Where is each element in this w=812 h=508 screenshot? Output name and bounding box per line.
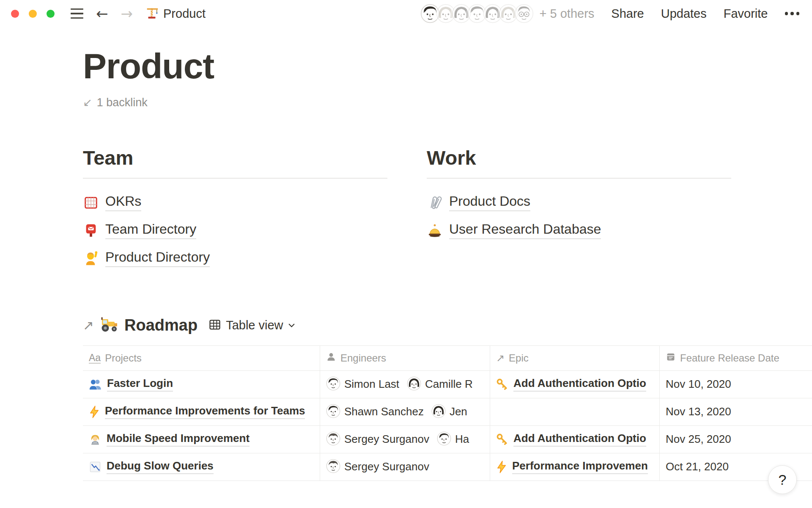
engineer-chip[interactable]: Camille R bbox=[407, 376, 473, 392]
avatar bbox=[437, 431, 451, 447]
paperclips-icon bbox=[427, 194, 443, 210]
minimize-window-button[interactable] bbox=[29, 10, 37, 18]
chevron-down-icon bbox=[288, 322, 295, 329]
view-label: Table view bbox=[226, 318, 283, 332]
updates-button[interactable]: Updates bbox=[661, 7, 707, 21]
page-link-label: Team Directory bbox=[105, 221, 196, 239]
project-link[interactable]: Debug Slow Queries bbox=[107, 459, 214, 474]
breadcrumb[interactable]: Product bbox=[163, 7, 206, 21]
divider bbox=[83, 178, 387, 179]
page-link-team-directory[interactable]: Team Directory bbox=[83, 219, 387, 241]
key-icon bbox=[496, 378, 508, 390]
epic-link[interactable]: Add Authentication Optio bbox=[513, 432, 646, 447]
engineer-chip[interactable]: Simon Last bbox=[326, 376, 399, 392]
page-link-user-research-database[interactable]: User Research Database bbox=[427, 219, 731, 241]
column-header-epic[interactable]: ↗ Epic bbox=[490, 346, 660, 370]
zoom-window-button[interactable] bbox=[47, 10, 55, 18]
backlink-label: 1 backlink bbox=[97, 96, 148, 109]
crane-icon bbox=[145, 6, 159, 22]
divider bbox=[427, 178, 731, 179]
engineers-cell[interactable]: Sergey Surganov Ha bbox=[320, 426, 490, 453]
engineers-cell[interactable]: Simon Last Camille R bbox=[320, 371, 490, 398]
back-arrow-icon[interactable]: ← bbox=[96, 6, 108, 21]
bell-icon bbox=[427, 222, 443, 238]
arrow-down-left-icon: ↙ bbox=[83, 97, 92, 108]
avatar bbox=[514, 4, 534, 23]
goal-net-icon bbox=[83, 194, 99, 210]
engineers-cell[interactable]: Sergey Surganov bbox=[320, 453, 490, 480]
share-button[interactable]: Share bbox=[611, 7, 644, 21]
table-view-icon bbox=[208, 318, 221, 333]
epic-cell[interactable]: Add Authentication Optio bbox=[490, 371, 660, 398]
engineers-cell[interactable]: Shawn Sanchez Jen bbox=[320, 398, 490, 425]
page-body: Product ↙ 1 backlink Team OKRs bbox=[0, 46, 812, 481]
engineer-chip[interactable]: Ha bbox=[437, 431, 469, 447]
open-page-arrow-icon[interactable]: ↗ bbox=[83, 319, 94, 332]
date-cell[interactable]: Nov 10, 2020 bbox=[660, 371, 812, 398]
epic-link[interactable]: Performance Improvemen bbox=[512, 459, 648, 474]
epic-cell[interactable]: Performance Improvemen bbox=[490, 453, 660, 480]
epic-cell-empty[interactable] bbox=[490, 398, 660, 425]
engineer-chip[interactable]: Sergey Surganov bbox=[326, 431, 429, 447]
team-section: Team OKRs bbox=[83, 146, 387, 275]
avatar bbox=[326, 431, 340, 447]
project-link[interactable]: Mobile Speed Improvement bbox=[107, 432, 250, 447]
titlebar: ← → Product + 5 others Share Updates Fav… bbox=[0, 0, 812, 27]
postbox-icon bbox=[83, 222, 99, 238]
column-header-feature-release-date[interactable]: Feature Release Date bbox=[660, 346, 812, 370]
arrow-up-right-icon: ↗ bbox=[496, 353, 505, 363]
more-options-icon[interactable] bbox=[785, 12, 800, 15]
help-button[interactable]: ? bbox=[768, 465, 797, 494]
forward-arrow-icon[interactable]: → bbox=[121, 6, 133, 21]
table-row: Debug Slow Queries Sergey Surganov Perfo… bbox=[83, 453, 812, 481]
chart-down-icon bbox=[89, 461, 102, 473]
page-link-product-docs[interactable]: Product Docs bbox=[427, 191, 731, 213]
project-cell[interactable]: Mobile Speed Improvement bbox=[83, 426, 320, 453]
work-section: Work Product Docs bbox=[427, 146, 731, 275]
collaborator-avatars[interactable] bbox=[420, 4, 534, 23]
page-link-label: Product Docs bbox=[449, 193, 530, 211]
roadmap-table: Aa Projects Engineers ↗ Epic Feature Rel… bbox=[83, 345, 812, 481]
date-cell[interactable]: Nov 25, 2020 bbox=[660, 426, 812, 453]
epic-link[interactable]: Add Authentication Optio bbox=[513, 377, 646, 392]
page-link-product-directory[interactable]: Product Directory bbox=[83, 247, 387, 269]
project-cell[interactable]: Debug Slow Queries bbox=[83, 453, 320, 480]
engineer-chip[interactable]: Shawn Sanchez bbox=[326, 404, 424, 420]
key-icon bbox=[496, 433, 508, 445]
engineer-chip[interactable]: Jen bbox=[431, 404, 467, 420]
column-header-projects[interactable]: Aa Projects bbox=[83, 346, 320, 370]
close-window-button[interactable] bbox=[11, 10, 19, 18]
section-heading-work: Work bbox=[427, 146, 731, 169]
technologist-icon bbox=[89, 433, 102, 446]
avatar bbox=[326, 376, 340, 392]
column-header-engineers[interactable]: Engineers bbox=[320, 346, 490, 370]
epic-cell[interactable]: Add Authentication Optio bbox=[490, 426, 660, 453]
avatar bbox=[326, 404, 340, 420]
engineer-chip[interactable]: Sergey Surganov bbox=[326, 459, 429, 475]
link-columns: Team OKRs bbox=[83, 146, 812, 275]
favorite-button[interactable]: Favorite bbox=[724, 7, 768, 21]
project-cell[interactable]: Faster Login bbox=[83, 371, 320, 398]
tractor-icon bbox=[100, 316, 119, 335]
calendar-icon bbox=[666, 352, 676, 364]
table-header-row: Aa Projects Engineers ↗ Epic Feature Rel… bbox=[83, 346, 812, 371]
project-link[interactable]: Performance Improvements for Teams bbox=[105, 404, 305, 419]
text-type-icon: Aa bbox=[89, 353, 101, 364]
view-switcher[interactable]: Table view bbox=[208, 318, 295, 333]
section-heading-team: Team bbox=[83, 146, 387, 169]
roadmap-title[interactable]: Roadmap bbox=[124, 316, 198, 334]
roadmap-header: ↗ Roadmap Table view bbox=[83, 316, 812, 335]
date-cell[interactable]: Nov 13, 2020 bbox=[660, 398, 812, 425]
sidebar-menu-icon[interactable] bbox=[71, 8, 83, 19]
page-link-okrs[interactable]: OKRs bbox=[83, 191, 387, 213]
busts-icon bbox=[89, 378, 102, 390]
lightning-icon bbox=[89, 406, 100, 418]
avatar bbox=[407, 376, 421, 392]
project-link[interactable]: Faster Login bbox=[107, 377, 173, 392]
avatar bbox=[326, 459, 340, 475]
backlink-button[interactable]: ↙ 1 backlink bbox=[83, 96, 148, 109]
person-raising-hand-icon bbox=[83, 250, 99, 266]
project-cell[interactable]: Performance Improvements for Teams bbox=[83, 398, 320, 425]
others-count-label[interactable]: + 5 others bbox=[540, 7, 595, 21]
page-link-label: OKRs bbox=[105, 193, 141, 211]
